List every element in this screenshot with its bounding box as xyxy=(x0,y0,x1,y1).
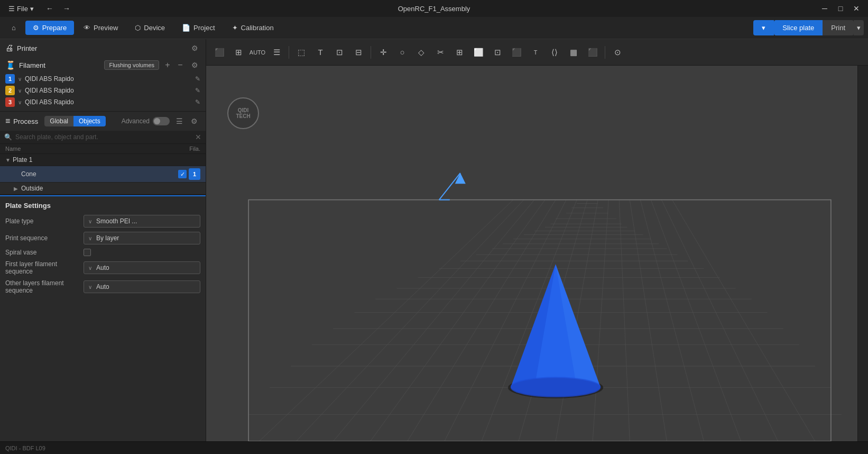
process-extra-btn[interactable]: ⚙ xyxy=(188,115,200,128)
remove-filament-button[interactable]: − xyxy=(175,60,186,70)
printer-icon: 🖨 xyxy=(5,43,14,53)
vp-icon-cut[interactable]: ✂ xyxy=(431,43,449,61)
maximize-button[interactable]: □ xyxy=(833,1,848,16)
vp-icon-cube[interactable]: ⬛ xyxy=(210,43,228,61)
process-section: ≡ Process Global Objects Advanced ☰ ⚙ xyxy=(0,112,206,195)
print-btn-arrow[interactable]: ▾ xyxy=(854,20,864,35)
plate-row[interactable]: ▼ Plate 1 xyxy=(0,154,206,166)
other-layers-label: Other layers filament sequence xyxy=(5,279,79,294)
vp-icon-slabs[interactable]: ⊡ xyxy=(330,43,348,61)
vp-icon-frame[interactable]: ⊡ xyxy=(488,43,506,61)
other-layers-dropdown[interactable]: ∨ Auto xyxy=(84,280,200,293)
search-clear-icon[interactable]: ✕ xyxy=(195,133,201,141)
global-toggle[interactable]: Global xyxy=(44,116,73,126)
flushing-volumes-button[interactable]: Flushing volumes xyxy=(104,60,159,70)
main-area: 🖨 Printer ⚙ 🧵 Filament Flushing volumes … xyxy=(0,39,868,441)
slice-btn-arrow-left[interactable]: ▾ xyxy=(753,20,774,35)
add-filament-button[interactable]: + xyxy=(162,60,173,70)
nav-preview[interactable]: 👁 Preview xyxy=(76,21,125,35)
device-icon: ⬡ xyxy=(135,24,141,32)
vp-icon-layers[interactable]: ⊞ xyxy=(450,43,468,61)
print-sequence-dropdown[interactable]: ∨ By layer xyxy=(84,232,200,244)
filament-settings-gear[interactable]: ⚙ xyxy=(189,59,200,71)
filament-name-2: QIDI ABS Rapido xyxy=(25,87,192,94)
process-icon: ≡ xyxy=(5,116,10,126)
first-layer-label: First layer filament sequence xyxy=(5,260,79,275)
spiral-vase-checkbox[interactable] xyxy=(84,249,91,256)
plate-settings-title: Plate Settings xyxy=(5,202,200,210)
cone-row[interactable]: Cone ✓ 1 xyxy=(0,166,206,183)
cone-checkbox[interactable]: ✓ xyxy=(178,170,187,178)
undo-button[interactable]: ← xyxy=(42,1,57,16)
vp-icon-slabs2[interactable]: ⊟ xyxy=(349,43,367,61)
nav-prepare[interactable]: ⚙ Prepare xyxy=(25,21,74,35)
vp-icon-grid2[interactable]: ▦ xyxy=(565,43,583,61)
vp-icon-box[interactable]: ⬜ xyxy=(469,43,487,61)
filament-add-remove: + − xyxy=(162,60,186,70)
objects-toggle[interactable]: Objects xyxy=(73,116,106,126)
scene[interactable]: QIDITECH xyxy=(206,66,868,441)
vp-icon-diamond[interactable]: ◇ xyxy=(412,43,430,61)
vp-icon-mesh[interactable]: ⬛ xyxy=(507,43,525,61)
print-label: Print xyxy=(831,24,845,32)
vp-icon-grid[interactable]: ⊞ xyxy=(229,43,247,61)
cone-filament-badge[interactable]: 1 xyxy=(189,168,200,180)
filament-edit-2[interactable]: ✎ xyxy=(195,87,200,94)
plate-type-label: Plate type xyxy=(5,217,79,225)
printer-settings-gear[interactable]: ⚙ xyxy=(189,42,200,54)
outside-row[interactable]: ▶ Outside xyxy=(0,183,206,195)
file-menu-caret: ▾ xyxy=(30,5,34,13)
vp-icon-move[interactable]: ✛ xyxy=(374,43,392,61)
title-bar: ☰ File ▾ ← → OpenRC_F1_Assembly ─ □ ✕ xyxy=(0,0,868,17)
status-text: QIDI - BDF L09 xyxy=(5,445,45,451)
nav-device[interactable]: ⬡ Device xyxy=(127,21,172,35)
vp-icon-slice2[interactable]: ⬛ xyxy=(584,43,602,61)
advanced-toggle[interactable] xyxy=(153,117,170,125)
plate-type-caret: ∨ xyxy=(88,219,92,224)
nav-project[interactable]: 📄 Project xyxy=(174,21,222,35)
print-button[interactable]: Print xyxy=(823,20,854,35)
plate-type-dropdown[interactable]: ∨ Smooth PEI ... xyxy=(84,215,200,228)
plate-arrow: ▼ xyxy=(5,157,13,163)
file-menu-icon: ☰ xyxy=(8,5,15,13)
vp-icon-type[interactable]: T xyxy=(527,43,544,61)
filament-badge-3: 3 xyxy=(5,97,15,107)
file-menu[interactable]: ☰ File ▾ xyxy=(4,4,38,14)
slice-print-group: ▾ Slice plate Print ▾ xyxy=(753,20,864,35)
filament-edit-3[interactable]: ✎ xyxy=(195,98,200,106)
print-sequence-value: By layer xyxy=(96,234,119,242)
right-edge-panel xyxy=(857,66,868,441)
vp-icon-auto[interactable]: AUTO xyxy=(248,43,266,61)
grid-canvas xyxy=(206,66,868,441)
preview-icon: 👁 xyxy=(84,24,90,32)
vp-icon-circle[interactable]: ○ xyxy=(393,43,411,61)
nav-calibration[interactable]: ✦ Calibration xyxy=(225,21,281,35)
print-sequence-row: Print sequence ∨ By layer xyxy=(5,232,200,244)
search-icon: 🔍 xyxy=(4,133,12,141)
other-layers-caret: ∨ xyxy=(88,284,92,290)
advanced-row: Advanced xyxy=(122,117,170,125)
vp-icon-arrows[interactable]: ⟨⟩ xyxy=(546,43,564,61)
filament-edit-1[interactable]: ✎ xyxy=(195,75,200,83)
vp-icon-orient[interactable]: ⬚ xyxy=(292,43,310,61)
vp-icon-target[interactable]: ⊙ xyxy=(608,43,626,61)
redo-button[interactable]: → xyxy=(59,1,74,16)
tree-fila-header: Fila. xyxy=(158,146,200,152)
other-layers-row: Other layers filament sequence ∨ Auto xyxy=(5,279,200,294)
vp-icon-text[interactable]: T xyxy=(311,43,329,61)
process-header: ≡ Process Global Objects Advanced ☰ ⚙ xyxy=(0,112,206,131)
minimize-button[interactable]: ─ xyxy=(817,1,832,16)
nav-home[interactable]: ⌂ xyxy=(4,21,23,35)
viewport[interactable]: ⬛ ⊞ AUTO ☰ ⬚ T ⊡ ⊟ ✛ ○ ◇ ✂ ⊞ ⬜ ⊡ ⬛ T ⟨⟩ … xyxy=(206,39,868,441)
first-layer-dropdown[interactable]: ∨ Auto xyxy=(84,261,200,274)
process-settings-btn[interactable]: ☰ xyxy=(173,115,186,128)
home-icon: ⌂ xyxy=(12,24,16,32)
cone-label: Cone xyxy=(21,170,178,178)
slice-plate-button[interactable]: Slice plate xyxy=(774,20,823,35)
vp-sep-1 xyxy=(289,46,289,59)
close-button[interactable]: ✕ xyxy=(849,1,864,16)
spiral-vase-row: Spiral vase xyxy=(5,249,200,256)
search-input[interactable] xyxy=(15,133,195,141)
window-title: OpenRC_F1_Assembly xyxy=(398,5,470,13)
vp-icon-list[interactable]: ☰ xyxy=(267,43,285,61)
